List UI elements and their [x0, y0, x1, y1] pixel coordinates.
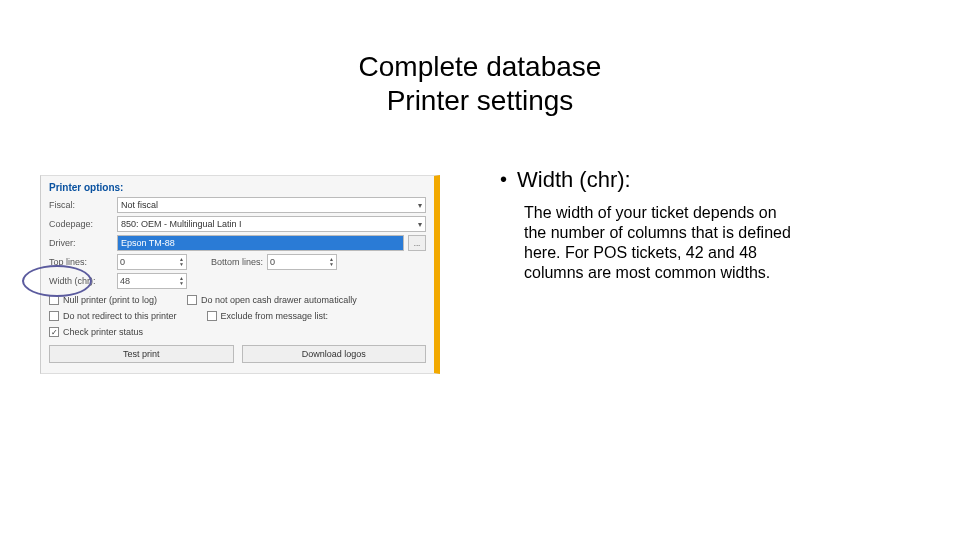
row-codepage: Codepage: 850: OEM - Multilingual Latin …: [49, 216, 426, 232]
check-status-label: Check printer status: [63, 327, 143, 337]
checkbox-icon: [49, 295, 59, 305]
check-row-2: Do not redirect to this printer Exclude …: [49, 308, 426, 324]
spinner-arrows-icon: ▲▼: [179, 276, 184, 286]
download-logos-label: Download logos: [302, 349, 366, 359]
exclude-msg-label: Exclude from message list:: [221, 311, 329, 321]
checkbox-checked-icon: ✓: [49, 327, 59, 337]
codepage-select[interactable]: 850: OEM - Multilingual Latin I ▾: [117, 216, 426, 232]
width-spinner[interactable]: 48 ▲▼: [117, 273, 187, 289]
chevron-down-icon: ▾: [418, 201, 422, 210]
toplines-value: 0: [120, 257, 125, 267]
width-label: Width (chr):: [49, 276, 113, 286]
bottomlines-value: 0: [270, 257, 275, 267]
bottomlines-label: Bottom lines:: [211, 257, 263, 267]
check-no-redirect[interactable]: Do not redirect to this printer: [49, 311, 177, 321]
fiscal-value: Not fiscal: [121, 200, 158, 210]
toplines-spinner[interactable]: 0 ▲▼: [117, 254, 187, 270]
right-text: • Width (chr): The width of your ticket …: [500, 157, 920, 283]
check-printer-status[interactable]: ✓ Check printer status: [49, 327, 426, 337]
codepage-value: 850: OEM - Multilingual Latin I: [121, 219, 242, 229]
driver-value: Epson TM-88: [121, 238, 175, 248]
null-printer-label: Null printer (print to log): [63, 295, 157, 305]
row-fiscal: Fiscal: Not fiscal ▾: [49, 197, 426, 213]
check-no-cash-drawer[interactable]: Do not open cash drawer automatically: [187, 295, 357, 305]
content-row: Printer options: Fiscal: Not fiscal ▾ Co…: [0, 117, 960, 374]
width-value: 48: [120, 276, 130, 286]
codepage-label: Codepage:: [49, 219, 113, 229]
check-row-1: Null printer (print to log) Do not open …: [49, 292, 426, 308]
spinner-arrows-icon: ▲▼: [329, 257, 334, 267]
download-logos-button[interactable]: Download logos: [242, 345, 427, 363]
description-text: The width of your ticket depends on the …: [500, 203, 800, 283]
test-print-label: Test print: [123, 349, 160, 359]
slide-title: Complete database Printer settings: [0, 0, 960, 117]
title-line-2: Printer settings: [387, 85, 574, 116]
check-exclude-msg[interactable]: Exclude from message list:: [207, 311, 329, 321]
button-row: Test print Download logos: [49, 345, 426, 363]
checkbox-icon: [207, 311, 217, 321]
ellipsis-icon: ...: [414, 239, 421, 248]
no-redirect-label: Do not redirect to this printer: [63, 311, 177, 321]
section-header: Printer options:: [49, 182, 426, 193]
fiscal-select[interactable]: Not fiscal ▾: [117, 197, 426, 213]
checkbox-icon: [49, 311, 59, 321]
spinner-arrows-icon: ▲▼: [179, 257, 184, 267]
bullet-text: Width (chr):: [517, 167, 631, 193]
test-print-button[interactable]: Test print: [49, 345, 234, 363]
chevron-down-icon: ▾: [418, 220, 422, 229]
row-width: Width (chr): 48 ▲▼: [49, 273, 426, 289]
toplines-label: Top lines:: [49, 257, 113, 267]
driver-browse-button[interactable]: ...: [408, 235, 426, 251]
printer-options-panel: Printer options: Fiscal: Not fiscal ▾ Co…: [40, 175, 440, 374]
title-line-1: Complete database: [359, 51, 602, 82]
no-cash-drawer-label: Do not open cash drawer automatically: [201, 295, 357, 305]
bullet-item: • Width (chr):: [500, 167, 920, 193]
check-null-printer[interactable]: Null printer (print to log): [49, 295, 157, 305]
checkbox-icon: [187, 295, 197, 305]
fiscal-label: Fiscal:: [49, 200, 113, 210]
bottomlines-spinner[interactable]: 0 ▲▼: [267, 254, 337, 270]
row-driver: Driver: Epson TM-88 ...: [49, 235, 426, 251]
panel-wrap: Printer options: Fiscal: Not fiscal ▾ Co…: [40, 157, 440, 374]
driver-select[interactable]: Epson TM-88: [117, 235, 404, 251]
row-lines: Top lines: 0 ▲▼ Bottom lines: 0 ▲▼: [49, 254, 426, 270]
bullet-dot-icon: •: [500, 167, 507, 191]
driver-label: Driver:: [49, 238, 113, 248]
